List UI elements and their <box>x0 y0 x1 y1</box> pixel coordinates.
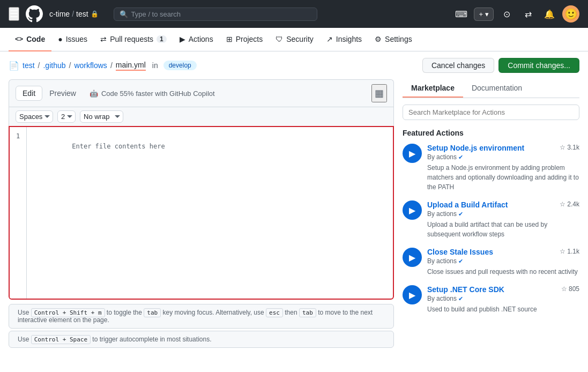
action-by-dotnet: By actions ✔ <box>427 295 579 302</box>
action-stars-artifact: ☆ 2.4k <box>560 200 579 208</box>
copilot-text: Code 55% faster with GitHub Copilot <box>101 90 215 98</box>
nav-actions[interactable]: ▶ Actions <box>173 28 220 51</box>
navbar-repo-link[interactable]: test <box>76 10 88 18</box>
editor-panel: Edit Preview 🤖 Code 55% faster with GitH… <box>9 79 394 348</box>
code-icon: <> <box>15 35 23 43</box>
action-author-artifact: actions <box>436 210 457 218</box>
nav-settings[interactable]: ⚙ Settings <box>368 28 419 51</box>
hamburger-button[interactable]: ☰ <box>9 7 19 21</box>
nav-security-label: Security <box>286 35 314 43</box>
action-name-nodejs[interactable]: Setup Node.js environment <box>427 144 524 152</box>
action-item-stale: ▶ Close Stale Issues ☆ 1.1k By actions ✔… <box>403 248 579 277</box>
new-button[interactable]: + ▾ <box>474 8 494 21</box>
branch-badge: develop <box>163 61 197 70</box>
chevron-down-icon: ▾ <box>485 10 489 18</box>
action-by-artifact: By actions ✔ <box>427 210 579 218</box>
pull-requests-icon-button[interactable]: ⇄ <box>519 5 537 23</box>
navbar-sep: / <box>72 10 74 18</box>
copilot-badge[interactable]: 🤖 Code 55% faster with GitHub Copilot <box>90 90 215 98</box>
nav-code-label: Code <box>26 35 45 43</box>
nav-insights[interactable]: ↗ Insights <box>320 28 368 51</box>
nav-code[interactable]: <> Code <box>9 28 51 51</box>
marketplace-panel: Marketplace Documentation Featured Actio… <box>403 79 579 348</box>
tab-preview[interactable]: Preview <box>42 86 83 101</box>
nav-issues[interactable]: ● Issues <box>51 28 94 51</box>
nav-actions-label: Actions <box>189 35 213 43</box>
action-author-stale: actions <box>436 257 457 265</box>
action-star-count-stale: 1.1k <box>567 248 579 255</box>
user-avatar[interactable]: 🙂 <box>562 5 579 23</box>
wrap-select[interactable]: No wrap Soft wrap <box>80 110 123 123</box>
actions-play-icon: ▶ <box>180 35 185 43</box>
pr-icon: ⇄ <box>100 35 107 43</box>
breadcrumb-workflows-link[interactable]: workflows <box>74 61 107 70</box>
commit-changes-button[interactable]: Commit changes... <box>498 58 579 73</box>
security-icon: 🛡 <box>276 35 283 43</box>
esc-key: esc <box>266 308 283 317</box>
tab-marketplace[interactable]: Marketplace <box>403 79 463 98</box>
line-number-1: 1 <box>16 131 22 142</box>
action-info-nodejs: Setup Node.js environment ☆ 3.1k By acti… <box>427 144 579 192</box>
search-placeholder: Type / to search <box>131 10 181 18</box>
keyboard-hint-1: Use Control + Shift + m to toggle the ta… <box>9 304 394 329</box>
toggle-wrap-button[interactable]: ▦ <box>371 84 387 102</box>
marketplace-search-input[interactable] <box>403 105 579 120</box>
action-by-stale: By actions ✔ <box>427 257 579 265</box>
navbar-user-link[interactable]: c-time <box>49 10 70 18</box>
breadcrumb-in-label: in <box>152 61 158 70</box>
nav-insights-label: Insights <box>336 35 362 43</box>
breadcrumb-repo-link[interactable]: test <box>23 61 35 70</box>
breadcrumb-github-link[interactable]: .github <box>43 61 65 70</box>
nav-security[interactable]: 🛡 Security <box>269 28 320 51</box>
nav-projects[interactable]: ⊞ Projects <box>220 28 270 51</box>
action-desc-artifact: Upload a build artifact that can be used… <box>427 220 579 239</box>
breadcrumb-bar: 📄 test / .github / workflows / main.yml … <box>0 51 588 79</box>
issues-icon: ● <box>58 35 62 43</box>
action-info-dotnet: Setup .NET Core SDK ☆ 805 By actions ✔ U… <box>427 285 579 314</box>
editor-area: 1 Enter file contents here <box>9 126 394 300</box>
action-desc-stale: Close issues and pull requests with no r… <box>427 267 579 277</box>
notifications-button[interactable]: 🔔 <box>541 5 558 23</box>
action-header-nodejs: Setup Node.js environment ☆ 3.1k <box>427 144 579 152</box>
action-author-dotnet: actions <box>436 295 457 302</box>
editor-inner: 1 Enter file contents here <box>10 127 393 299</box>
line-numbers: 1 <box>10 127 27 299</box>
issues-icon-button[interactable]: ⊙ <box>498 5 515 23</box>
action-stars-dotnet: ☆ 805 <box>561 285 579 293</box>
nav-pull-requests[interactable]: ⇄ Pull requests 1 <box>94 28 173 51</box>
indent-type-select[interactable]: Spaces Tabs <box>16 110 53 123</box>
nav-pr-label: Pull requests <box>110 35 153 43</box>
projects-icon: ⊞ <box>226 35 233 43</box>
editor-content[interactable]: Enter file contents here <box>27 127 393 299</box>
action-name-stale[interactable]: Close Stale Issues <box>427 248 493 256</box>
nav-projects-label: Projects <box>236 35 263 43</box>
action-star-count-nodejs: 3.1k <box>567 144 579 151</box>
navbar-actions: ⌨ + ▾ ⊙ ⇄ 🔔 🙂 <box>452 5 579 23</box>
lock-icon: 🔒 <box>91 10 99 18</box>
action-icon-nodejs: ▶ <box>403 144 422 163</box>
cancel-changes-button[interactable]: Cancel changes <box>422 58 494 73</box>
indent-size-select[interactable]: 2 4 8 <box>57 110 76 123</box>
breadcrumb-filename: main.yml <box>116 61 146 71</box>
featured-title: Featured Actions <box>403 129 579 137</box>
hint-1-text: Use Control + Shift + m to toggle the ta… <box>18 309 385 324</box>
pr-badge: 1 <box>157 35 167 43</box>
tab-key-1: tab <box>144 308 161 317</box>
tab-documentation[interactable]: Documentation <box>463 79 531 98</box>
action-name-dotnet[interactable]: Setup .NET Core SDK <box>427 285 504 294</box>
global-search[interactable]: 🔍 Type / to search <box>114 8 317 21</box>
action-desc-dotnet: Used to build and publish .NET source <box>427 304 579 314</box>
action-header-stale: Close Stale Issues ☆ 1.1k <box>427 248 579 256</box>
action-stars-stale: ☆ 1.1k <box>560 248 579 255</box>
navbar: ☰ c-time / test 🔒 🔍 Type / to search ⌨ +… <box>0 0 588 28</box>
action-name-artifact[interactable]: Upload a Build Artifact <box>427 200 508 209</box>
action-info-artifact: Upload a Build Artifact ☆ 2.4k By action… <box>427 200 579 239</box>
action-icon-stale: ▶ <box>403 248 422 267</box>
action-star-count-dotnet: 805 <box>569 285 579 293</box>
nav-settings-label: Settings <box>385 35 412 43</box>
terminal-button[interactable]: ⌨ <box>452 5 470 23</box>
action-desc-nodejs: Setup a Node.js environment by adding pr… <box>427 163 579 192</box>
github-logo <box>26 5 43 23</box>
marketplace-tabs: Marketplace Documentation <box>403 79 579 98</box>
tab-edit[interactable]: Edit <box>16 86 42 101</box>
